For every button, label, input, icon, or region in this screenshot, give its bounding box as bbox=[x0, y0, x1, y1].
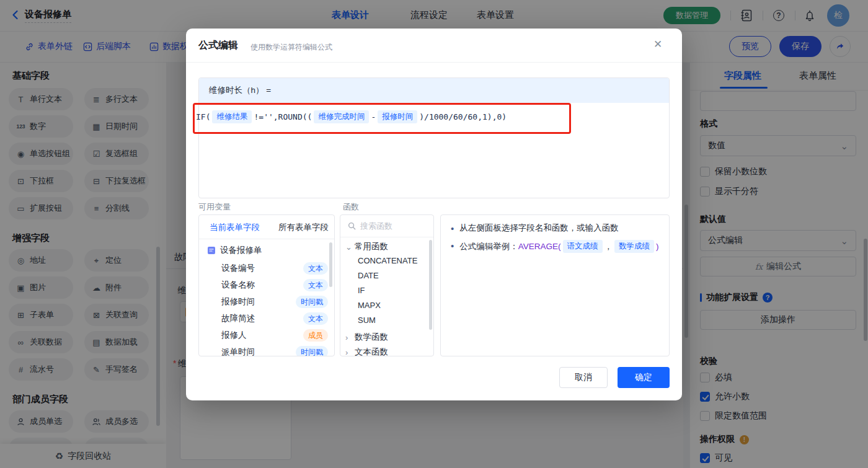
example-close-paren: ) bbox=[656, 242, 659, 251]
divider bbox=[186, 62, 682, 63]
help-line-1: • 从左侧面板选择字段名和函数，或输入函数 bbox=[451, 223, 619, 234]
tab-all-form-fields[interactable]: 所有表单字段 bbox=[278, 222, 329, 233]
variable-row[interactable]: 报修人成员 bbox=[221, 327, 328, 343]
modal-title: 公式编辑 bbox=[198, 39, 238, 52]
functions-section-label: 函数 bbox=[343, 201, 359, 213]
document-icon bbox=[207, 246, 216, 255]
function-item[interactable]: DATE bbox=[358, 271, 379, 280]
type-badge: 时间戳 bbox=[296, 296, 328, 308]
function-group-text[interactable]: ›文本函数 bbox=[345, 347, 388, 356]
function-item[interactable]: IF bbox=[358, 286, 365, 295]
function-item[interactable]: MAPX bbox=[358, 301, 381, 310]
function-group-math[interactable]: ›数学函数 bbox=[345, 332, 388, 343]
divider bbox=[199, 239, 334, 239]
variable-row[interactable]: 设备编号文本 bbox=[221, 260, 328, 276]
variable-row[interactable]: 故障简述文本 bbox=[221, 310, 328, 327]
variables-section-label: 可用变量 bbox=[198, 201, 231, 213]
chevron-right-icon: › bbox=[345, 333, 352, 342]
variables-scrollbar[interactable] bbox=[329, 242, 332, 287]
annotation-highlight-box bbox=[193, 103, 571, 134]
variable-row[interactable]: 派单时间时间戳 bbox=[221, 343, 328, 356]
type-badge: 文本 bbox=[303, 312, 328, 325]
function-item[interactable]: SUM bbox=[358, 316, 376, 325]
example-function-name: AVERAGE( bbox=[518, 242, 561, 251]
function-item[interactable]: CONCATENATE bbox=[358, 256, 417, 265]
functions-panel: 搜索函数 ⌄常用函数 CONCATENATE DATE IF MAPX SUM … bbox=[340, 214, 434, 356]
formula-edit-modal: 公式编辑 使用数学运算符编辑公式 ✕ 维修时长（h） = IF( 维修结果 !=… bbox=[186, 29, 682, 400]
field-chip: 数学成绩 bbox=[614, 240, 654, 253]
tab-current-form-fields[interactable]: 当前表单字段 bbox=[210, 222, 260, 233]
help-line-2: • 公式编辑举例： AVERAGE( 语文成绩 ， 数学成绩 ) bbox=[451, 240, 659, 253]
chevron-right-icon: › bbox=[345, 348, 352, 357]
formula-target-strip: 维修时长（h） = bbox=[199, 78, 669, 103]
field-chip: 语文成绩 bbox=[563, 240, 603, 253]
modal-subtitle: 使用数学运算符编辑公式 bbox=[250, 42, 332, 53]
formula-target-field: 维修时长（h） = bbox=[209, 85, 271, 96]
help-panel: • 从左侧面板选择字段名和函数，或输入函数 • 公式编辑举例： AVERAGE(… bbox=[440, 214, 670, 356]
type-badge: 成员 bbox=[303, 329, 328, 342]
cancel-button[interactable]: 取消 bbox=[559, 367, 608, 388]
type-badge: 文本 bbox=[303, 262, 328, 275]
search-icon bbox=[348, 222, 356, 230]
bullet-icon: • bbox=[451, 223, 454, 234]
confirm-button[interactable]: 确定 bbox=[618, 367, 670, 388]
functions-scrollbar[interactable] bbox=[429, 240, 432, 330]
tree-root-form[interactable]: 设备报修单 bbox=[207, 245, 262, 256]
variable-row[interactable]: 设备名称文本 bbox=[221, 276, 328, 293]
app-window: 设备报修单 表单设计 流程设定 表单设置 数据管理 ? 检 表单外链 后端脚本 … bbox=[0, 0, 868, 468]
bullet-icon: • bbox=[451, 240, 454, 252]
function-search-input[interactable]: 搜索函数 bbox=[340, 215, 433, 237]
search-placeholder: 搜索函数 bbox=[360, 221, 392, 232]
type-badge: 时间戳 bbox=[296, 346, 328, 357]
variables-panel: 当前表单字段 所有表单字段 设备报修单 设备编号文本 设备名称文本 报修时间时间… bbox=[198, 214, 335, 356]
chevron-down-icon: ⌄ bbox=[345, 242, 352, 252]
formula-editor[interactable]: 维修时长（h） = bbox=[198, 77, 670, 198]
close-icon[interactable]: ✕ bbox=[653, 38, 662, 51]
type-badge: 文本 bbox=[303, 279, 328, 291]
variable-row[interactable]: 报修时间时间戳 bbox=[221, 293, 328, 310]
function-group-common[interactable]: ⌄常用函数 bbox=[345, 241, 388, 252]
